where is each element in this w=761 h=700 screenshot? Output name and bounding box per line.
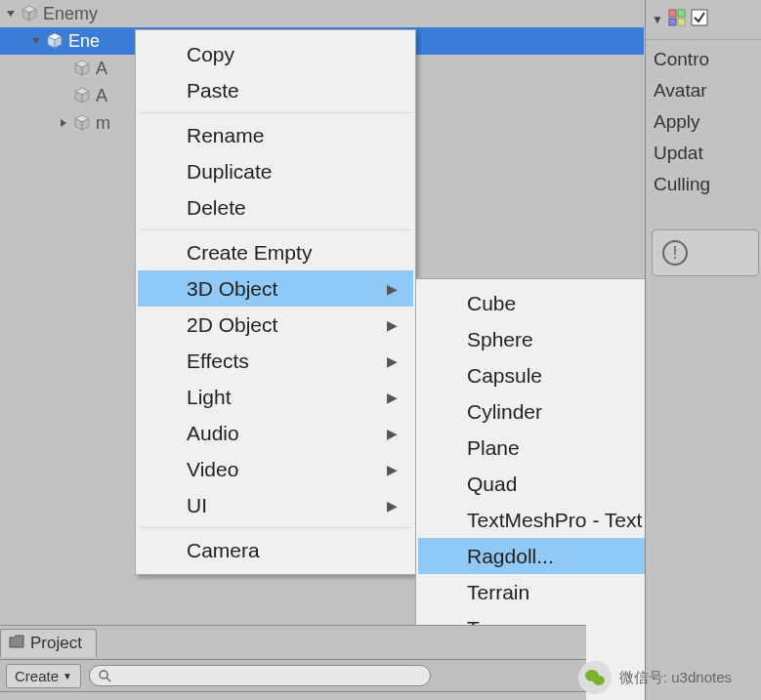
inspector-field-label: Culling (654, 169, 761, 200)
project-toolbar: Create ▼ (0, 659, 586, 692)
search-input-field[interactable] (111, 669, 422, 683)
menu-item-label: Create Empty (187, 241, 312, 265)
search-input[interactable] (89, 665, 431, 686)
menu-item[interactable]: Copy (138, 36, 413, 72)
menu-item[interactable]: 2D Object▶ (138, 307, 413, 343)
hierarchy-item-label: A (96, 59, 107, 79)
menu-item-label: 3D Object (187, 277, 277, 301)
folder-icon (9, 634, 24, 653)
inspector-field-label: Avatar (654, 75, 761, 106)
menu-item[interactable]: Delete (138, 189, 413, 226)
checkbox-icon[interactable] (691, 9, 708, 30)
menu-item[interactable]: Paste (138, 72, 413, 108)
menu-item[interactable]: Video▶ (138, 451, 413, 487)
foldout-icon[interactable] (29, 34, 43, 48)
menu-item-label: 2D Object (187, 313, 277, 337)
svg-rect-2 (669, 10, 676, 17)
inspector-field-label: Updat (654, 138, 761, 169)
svg-rect-6 (692, 10, 707, 25)
menu-item-label: UI (187, 494, 207, 517)
inspector-field-label: Contro (654, 44, 761, 75)
menu-item-label: Terrain (467, 581, 529, 604)
dropdown-arrow-icon: ▼ (63, 671, 72, 681)
menu-item[interactable]: Duplicate (138, 153, 413, 189)
menu-item[interactable]: Effects▶ (138, 343, 413, 379)
menu-item-label: Quad (467, 473, 517, 496)
menu-item-label: Duplicate (187, 160, 273, 184)
search-icon (98, 669, 111, 682)
menu-item-label: Plane (467, 436, 520, 460)
menu-item-label: Ragdoll... (467, 545, 554, 568)
inspector-info-box: ! (652, 229, 759, 276)
chevron-right-icon: ▶ (387, 498, 398, 514)
menu-item[interactable]: 3D Object▶ (138, 270, 413, 307)
hierarchy-item-label: Enemy (43, 4, 98, 24)
menu-item[interactable]: Rename (138, 117, 413, 153)
menu-item-label: Capsule (467, 364, 542, 388)
project-tab-label: Project (30, 634, 82, 653)
foldout-spacer (57, 89, 70, 103)
menu-item-label: Cube (467, 292, 516, 315)
foldout-icon[interactable] (57, 116, 70, 130)
menu-item-label: Audio (187, 422, 239, 445)
menu-item[interactable]: Light▶ (138, 379, 413, 415)
inspector-fields: ControAvatarApplyUpdatCulling (646, 40, 761, 200)
chevron-right-icon: ▶ (387, 426, 398, 441)
project-tab[interactable]: Project (0, 629, 97, 657)
component-icon (667, 8, 687, 31)
menu-item-label: Rename (187, 124, 264, 147)
hierarchy-item-label: m (96, 113, 110, 134)
menu-item-label: Effects (187, 350, 249, 373)
svg-point-8 (593, 676, 605, 685)
inspector-field-label: Apply (654, 106, 761, 138)
chevron-right-icon: ▶ (387, 462, 398, 477)
svg-rect-4 (669, 19, 676, 25)
menu-item[interactable]: UI▶ (138, 487, 413, 523)
menu-item-label: Video (187, 458, 238, 481)
create-button-label: Create (15, 668, 59, 684)
foldout-icon[interactable]: ▼ (652, 13, 663, 26)
watermark: 微信号: u3dnotes (578, 661, 732, 694)
chevron-right-icon: ▶ (387, 390, 398, 405)
hierarchy-item-label: Ene (68, 31, 100, 52)
foldout-icon[interactable] (4, 7, 18, 21)
menu-item-label: Paste (187, 79, 239, 103)
svg-point-0 (100, 671, 107, 679)
chevron-right-icon: ▶ (387, 353, 398, 369)
menu-item-label: Copy (187, 43, 234, 66)
menu-item-label: Light (187, 386, 232, 409)
menu-item-label: TextMeshPro - Text (467, 509, 642, 532)
menu-item[interactable]: Camera (138, 532, 413, 568)
inspector-component-header[interactable]: ▼ (646, 0, 761, 40)
watermark-label: 微信号: u3dnotes (619, 669, 732, 687)
inspector-panel: ▼ ControAvatarApplyUpdatCulling ! (645, 0, 761, 700)
menu-item[interactable]: Create Empty (138, 234, 413, 270)
project-panel: Project Create ▼ (0, 625, 586, 700)
info-icon: ! (662, 240, 688, 266)
context-menu: CopyPasteRenameDuplicateDeleteCreate Emp… (135, 29, 416, 575)
chevron-right-icon: ▶ (387, 317, 398, 333)
svg-line-1 (106, 678, 110, 681)
menu-item-label: Delete (187, 196, 246, 220)
chevron-right-icon: ▶ (387, 281, 398, 297)
menu-item-label: Sphere (467, 328, 533, 351)
wechat-icon (578, 661, 612, 694)
menu-item-label: Camera (187, 539, 260, 562)
menu-separator (140, 112, 411, 113)
hierarchy-item-label: A (96, 86, 107, 106)
menu-item[interactable]: Audio▶ (138, 415, 413, 451)
svg-rect-5 (678, 19, 685, 25)
menu-separator (140, 229, 411, 230)
foldout-spacer (57, 62, 70, 75)
create-button[interactable]: Create ▼ (6, 664, 81, 688)
menu-item-label: Cylinder (467, 400, 542, 424)
menu-separator (140, 527, 411, 528)
hierarchy-item[interactable]: Enemy (0, 0, 644, 27)
svg-rect-3 (678, 10, 685, 17)
